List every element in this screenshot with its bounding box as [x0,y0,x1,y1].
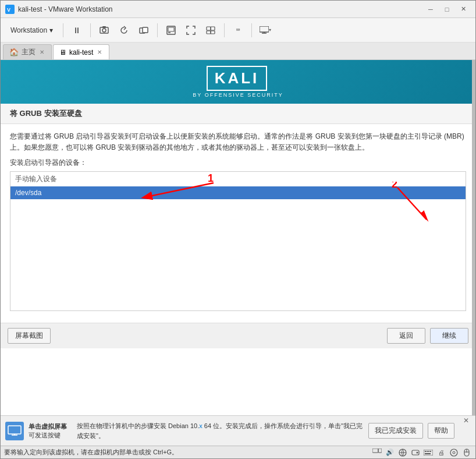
notification-bar: 单击虚拟屏幕 可发送按键 按照在物理计算机中的步骤安装 Debian 10.x … [1,415,475,446]
view-button[interactable]: ▾ [257,22,274,38]
status-icon-mouse[interactable] [461,448,472,457]
toolbar-separator-5 [251,23,252,37]
continue-button[interactable]: 继续 [430,328,468,344]
svg-rect-34 [425,453,431,454]
kali-header: KALI BY OFFENSIVE SECURITY [1,60,475,104]
kali-subtitle: BY OFFENSIVE SECURITY [193,92,283,98]
status-icon-monitor[interactable] [372,448,382,457]
panel-body: 您需要通过将 GRUB 启动引导器安装到可启动设备上以便新安装的系统能够启动。通… [1,124,475,323]
home-icon: 🏠 [9,48,19,57]
title-bar-left: V kali-test - VMware Workstation [5,5,113,14]
svg-line-18 [397,188,427,220]
tab-home-close[interactable]: ✕ [38,48,45,56]
tab-home[interactable]: 🏠 主页 ✕ [3,44,52,59]
multi-monitor-button[interactable] [202,22,219,38]
tab-home-label: 主页 [22,47,35,57]
panel-description: 您需要通过将 GRUB 启动引导器安装到可启动设备上以便新安装的系统能够启动。通… [10,131,466,153]
workstation-dropdown-arrow: ▾ [49,26,53,34]
kali-logo-wrapper: KALI BY OFFENSIVE SECURITY [193,66,283,98]
installer-panel: 将 GRUB 安装至硬盘 您需要通过将 GRUB 启动引导器安装到可启动设备上以… [1,104,475,348]
title-bar-controls: ─ □ ✕ [423,3,471,15]
svg-text:2: 2 [392,182,397,190]
toolbar-separator-4 [224,23,225,37]
svg-rect-12 [207,31,211,34]
kali-tab-icon: 🖥 [59,48,66,57]
status-icons: 🔊 🖨 [372,448,472,457]
svg-point-35 [450,449,457,456]
tab-kali-label: kali-test [69,48,93,57]
panel-footer: 屏幕截图 返回 继续 [1,323,475,348]
restore-snapshot-button[interactable] [115,22,133,38]
status-icon-keyboard[interactable] [423,448,434,457]
svg-rect-33 [430,451,431,452]
workstation-label: Workstation [10,26,47,34]
status-message: 要将输入定向到该虚拟机，请在虚拟机内部单击或按 Ctrl+G。 [4,448,178,457]
notif-line1: 单击虚拟屏幕 [29,422,72,431]
svg-rect-13 [211,31,215,34]
window-title: kali-test - VMware Workstation [18,5,113,13]
svg-rect-29 [424,450,433,456]
tab-kali-close[interactable]: ✕ [96,48,103,56]
install-done-button[interactable]: 我已完成安装 [368,423,423,439]
svg-rect-24 [378,449,382,453]
svg-text:V: V [7,7,10,13]
panel-sub-label: 安装启动引导器的设备： [10,158,466,168]
vm-settings-button[interactable] [162,22,180,38]
svg-point-3 [102,29,106,32]
kali-logo: KALI [207,66,268,91]
main-window: V kali-test - VMware Workstation ─ □ ✕ W… [0,0,476,459]
status-icon-network[interactable] [397,448,408,457]
svg-point-36 [453,451,455,454]
clone-button[interactable] [135,22,152,38]
tab-kali[interactable]: 🖥 kali-test ✕ [53,44,109,59]
notification-text: 按照在物理计算机中的步骤安装 Debian 10.x 64 位。安装完成后，操作… [77,421,364,440]
vm-content-area: KALI BY OFFENSIVE SECURITY 将 GRUB 安装至硬盘 … [1,60,475,415]
svg-rect-11 [211,27,215,30]
terminal-button[interactable]: ⌨ [229,22,247,38]
resize-handle[interactable] [472,60,475,415]
notification-vm-icon [5,422,24,440]
workstation-menu-button[interactable]: Workstation ▾ [5,22,58,39]
status-bar: 要将输入定向到该虚拟机，请在虚拟机内部单击或按 Ctrl+G。 🔊 🖨 [1,446,475,458]
minimize-button[interactable]: ─ [423,3,438,15]
toolbar: Workstation ▾ ⏸ ⌨ ▾ [1,18,475,43]
status-icon-sound[interactable]: 🔊 [385,448,395,457]
screenshot-button[interactable]: 屏幕截图 [8,328,51,344]
svg-rect-8 [168,27,174,31]
back-button[interactable]: 返回 [387,328,425,344]
svg-point-28 [417,451,418,453]
svg-rect-31 [427,451,428,452]
nav-buttons: 返回 继续 [387,328,468,344]
annotation-2-arrow: 2 [1,182,466,228]
close-button[interactable]: ✕ [456,3,471,15]
svg-rect-6 [143,27,148,33]
notification-wrapper: 单击虚拟屏幕 可发送按键 按照在物理计算机中的步骤安装 Debian 10.x … [1,415,475,446]
notification-close-button[interactable]: ✕ [461,416,471,425]
fullscreen-button[interactable] [182,22,200,38]
maximize-button[interactable]: □ [439,3,454,15]
status-icon-printer[interactable]: 🖨 [436,448,446,457]
svg-rect-20 [8,426,21,434]
toolbar-separator-1 [63,23,63,37]
panel-title: 将 GRUB 安装至硬盘 [1,104,475,124]
notification-vm-hint: 单击虚拟屏幕 可发送按键 [29,422,72,440]
svg-rect-23 [372,449,378,453]
snapshot-button[interactable] [95,22,113,38]
svg-rect-30 [425,451,426,452]
vmware-icon: V [5,5,15,14]
pause-button[interactable]: ⏸ [68,22,86,38]
svg-rect-32 [428,451,429,452]
svg-rect-10 [207,27,211,30]
help-button[interactable]: 帮助 [428,423,454,439]
notif-desc-prefix: 按照在物理计算机中的步骤安装 Debian 10. [77,422,199,429]
toolbar-separator-2 [90,23,91,37]
toolbar-separator-3 [157,23,158,37]
tabs-bar: 🏠 主页 ✕ 🖥 kali-test ✕ [1,43,475,60]
notif-line2: 可发送按键 [29,431,72,440]
status-icon-hdd[interactable] [410,448,421,457]
title-bar: V kali-test - VMware Workstation ─ □ ✕ [1,1,475,18]
status-icon-dvd[interactable] [449,448,459,457]
notif-close-wrapper: ✕ [459,416,471,446]
svg-rect-4 [102,26,106,28]
svg-rect-14 [260,26,269,32]
